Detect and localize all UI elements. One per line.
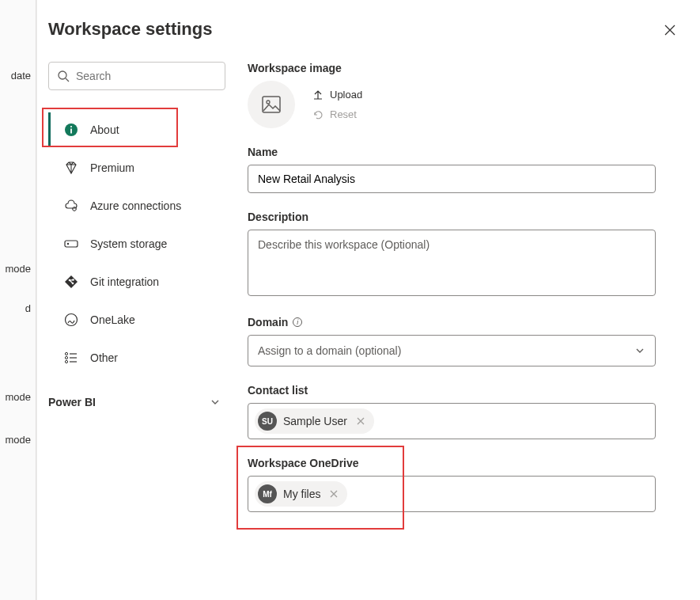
svg-point-0	[59, 71, 66, 79]
onedrive-label: Workspace OneDrive	[248, 457, 656, 469]
avatar: SU	[258, 412, 277, 431]
search-input-wrap[interactable]	[48, 62, 225, 90]
nav-git[interactable]: Git integration	[48, 264, 225, 299]
cloud-cog-icon	[63, 199, 79, 213]
nav-azure[interactable]: Azure connections	[48, 188, 225, 223]
svg-rect-5	[65, 241, 78, 247]
nav-label: Azure connections	[90, 199, 181, 212]
nav-premium[interactable]: Premium	[48, 150, 225, 185]
chip-label: Sample User	[283, 415, 347, 427]
svg-point-6	[67, 243, 69, 245]
settings-sidebar: About Premium Azure connections System s…	[48, 62, 225, 600]
svg-point-12	[65, 356, 67, 359]
workspace-image-placeholder	[248, 81, 295, 128]
upload-icon	[312, 89, 324, 101]
nav-label: System storage	[90, 237, 167, 250]
bg-text: mode	[5, 434, 31, 446]
settings-list-icon	[64, 351, 78, 364]
domain-label: Domain i	[248, 316, 656, 328]
nav-other[interactable]: Other	[48, 340, 225, 375]
bg-text: mode	[5, 391, 31, 403]
reset-label: Reset	[330, 108, 357, 120]
section-label: Power BI	[48, 396, 96, 408]
remove-chip-button[interactable]	[354, 415, 368, 427]
nav-storage[interactable]: System storage	[48, 226, 225, 261]
avatar: Mf	[258, 484, 277, 503]
nav-label: Git integration	[90, 275, 159, 288]
onedrive-chip: Mf My files	[255, 481, 347, 507]
chevron-down-icon	[210, 397, 221, 408]
svg-point-13	[65, 360, 67, 363]
background-panel: date mode d mode mode	[0, 0, 36, 600]
reset-icon	[312, 109, 324, 120]
contact-input[interactable]: SU Sample User	[248, 403, 656, 439]
name-input[interactable]	[248, 165, 656, 193]
svg-point-10	[66, 314, 78, 326]
upload-label: Upload	[330, 89, 362, 101]
domain-select[interactable]: Assign to a domain (optional)	[248, 335, 656, 366]
close-icon	[357, 417, 365, 425]
contact-chip: SU Sample User	[255, 408, 374, 434]
nav-label: Other	[90, 351, 118, 364]
name-label: Name	[248, 146, 656, 158]
info-circle-icon	[64, 123, 78, 137]
remove-chip-button[interactable]	[327, 488, 341, 500]
search-icon	[57, 70, 70, 82]
description-label: Description	[248, 211, 656, 223]
close-icon	[664, 24, 676, 36]
nav-label: OneLake	[90, 313, 135, 326]
bg-text: mode	[5, 263, 31, 275]
nav-label: About	[90, 123, 119, 136]
svg-point-15	[267, 101, 270, 104]
chevron-down-icon	[634, 345, 645, 356]
search-input[interactable]	[76, 70, 217, 82]
chip-label: My files	[283, 488, 320, 500]
svg-point-4	[73, 207, 77, 211]
info-icon[interactable]: i	[293, 317, 302, 327]
svg-point-11	[65, 352, 67, 355]
image-label: Workspace image	[248, 62, 656, 74]
contact-label: Contact list	[248, 384, 656, 397]
form-main: Workspace image Upload Reset	[248, 62, 679, 600]
nav-onelake[interactable]: OneLake	[48, 302, 225, 337]
onelake-icon	[64, 313, 78, 327]
reset-button: Reset	[312, 108, 362, 120]
nav-about[interactable]: About	[48, 112, 225, 147]
svg-point-3	[70, 126, 72, 127]
section-powerbi[interactable]: Power BI	[48, 388, 225, 416]
git-icon	[64, 275, 78, 289]
image-icon	[260, 93, 282, 116]
upload-button[interactable]: Upload	[312, 89, 362, 101]
nav-label: Premium	[90, 161, 134, 174]
close-button[interactable]	[660, 21, 679, 40]
domain-label-text: Domain	[248, 316, 288, 328]
storage-icon	[64, 238, 78, 249]
svg-rect-2	[70, 129, 72, 134]
domain-placeholder: Assign to a domain (optional)	[258, 344, 401, 357]
bg-text: date	[11, 70, 31, 82]
description-input[interactable]	[248, 230, 656, 296]
onedrive-input[interactable]: Mf My files	[248, 476, 656, 512]
bg-text: d	[25, 302, 31, 314]
settings-panel: Workspace settings About Premium	[36, 0, 700, 600]
close-icon	[330, 490, 338, 498]
page-title: Workspace settings	[48, 19, 212, 40]
diamond-icon	[64, 161, 78, 175]
svg-rect-14	[263, 97, 280, 112]
